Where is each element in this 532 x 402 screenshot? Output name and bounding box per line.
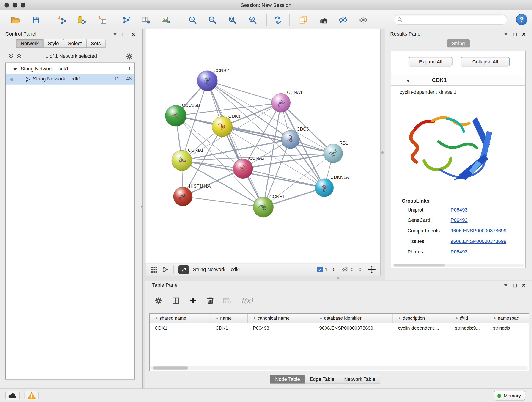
tab-network[interactable]: Network [16,39,44,48]
home-views-button[interactable] [317,15,329,25]
network-node-cdkn1a[interactable]: CDKN1A [315,175,349,197]
horizontal-splitter-handle[interactable] [336,277,339,279]
function-builder-button[interactable]: f(x) [239,295,254,306]
network-node-hist1h1a[interactable]: HIST1H1A [173,184,211,206]
collapse-all-button[interactable]: Collapse All [461,57,510,66]
pan-crosshair-icon[interactable] [368,266,376,274]
table-cell[interactable]: CDK1 [210,325,248,331]
save-session-button[interactable] [30,15,42,25]
table-cell[interactable]: 9606.ENSP00000378699 [314,325,393,331]
table-panel-float-button[interactable] [512,283,518,288]
tab-style[interactable]: Style [43,39,63,48]
birds-eye-grid-icon[interactable] [151,266,157,273]
zoom-selected-button[interactable] [247,15,258,25]
section-disclosure-icon[interactable] [406,80,410,83]
warnings-button[interactable] [25,391,39,400]
open-session-button[interactable] [10,15,21,25]
crosslink-link[interactable]: 9606.ENSP00000378699 [451,228,507,234]
column-header[interactable]: namespac [488,313,529,323]
disclosure-triangle-icon[interactable] [13,68,17,71]
import-network-database-button[interactable] [76,15,87,25]
results-panel-float-button[interactable] [512,32,518,37]
maximize-window-button[interactable] [21,3,25,7]
network-node-cdk1[interactable]: CDK1 [212,114,241,137]
collection-row[interactable]: String Network – cdk1 1 [6,64,134,74]
control-panel-float-button[interactable] [121,32,127,37]
close-window-button[interactable] [4,3,9,7]
column-header[interactable]: canonical name [248,313,314,323]
export-image-button[interactable] [160,15,172,25]
tab-sets[interactable]: Sets [86,39,105,48]
minimize-window-button[interactable] [13,3,17,7]
gene-section-header[interactable]: CDK1 [391,75,525,86]
network-list-item[interactable]: String Network – cdk1 11 48 [6,74,134,84]
control-panel-collapse-button[interactable] [112,32,118,37]
delete-row-button[interactable] [204,295,216,306]
results-scrollbar[interactable] [393,264,524,267]
refresh-layout-button[interactable] [272,15,284,25]
zoom-fit-button[interactable] [226,15,238,25]
network-node-ccnb2[interactable]: CCNB2 [197,68,229,91]
copy-document-button[interactable] [297,15,309,25]
crosslink-link[interactable]: 9606.ENSP00000378699 [451,239,507,244]
results-panel-collapse-button[interactable] [503,32,509,37]
network-canvas[interactable]: CCNB2CCNA1CDC25BCDK1CDC6RB1CCNB1CCNA2CDK… [145,29,381,263]
left-splitter-handle[interactable] [141,206,143,208]
help-button[interactable]: ? [516,14,527,25]
hidden-eye-slash-icon[interactable] [342,266,348,273]
crosslink-link[interactable]: P06493 [451,217,468,223]
table-panel-collapse-button[interactable] [503,283,509,288]
zoom-in-button[interactable] [186,15,198,25]
table-panel-close-button[interactable] [521,283,527,288]
cloud-status-button[interactable] [6,391,20,400]
column-header[interactable]: name [210,313,248,323]
right-splitter[interactable] [381,29,385,280]
export-table-button[interactable] [140,15,152,25]
table-cell[interactable]: stringdb [488,325,529,331]
table-settings-button[interactable] [152,295,165,306]
scrollbar-thumb[interactable] [153,366,188,370]
column-header[interactable]: database identifier [314,313,393,323]
node-table[interactable]: shared name name canonical name database… [149,313,530,371]
results-panel-close-button[interactable] [521,32,527,37]
table-cell[interactable]: CDK1 [150,325,210,331]
column-header[interactable]: shared name [150,313,210,323]
show-all-button[interactable] [358,15,369,25]
new-network-button[interactable] [120,15,132,25]
tab-edge-table[interactable]: Edge Table [305,375,339,383]
right-splitter-handle[interactable] [381,151,384,153]
search-box[interactable] [394,15,507,25]
import-network-file-button[interactable] [56,15,68,25]
tab-select[interactable]: Select [63,39,86,48]
control-panel-close-button[interactable] [131,32,136,37]
network-node-ccna1[interactable]: CCNA1 [272,90,303,112]
import-table-file-button[interactable] [96,15,108,25]
crosslink-link[interactable]: P06493 [451,207,468,212]
zoom-out-button[interactable] [206,15,218,25]
show-columns-button[interactable] [170,295,182,306]
expand-all-button[interactable]: Expand All [409,57,453,66]
hide-selected-button[interactable] [337,15,349,25]
table-cell[interactable]: cyclin-dependent ... [393,325,450,331]
network-overview-icon[interactable] [162,266,169,273]
tab-node-table[interactable]: Node Table [270,375,305,383]
memory-button[interactable]: Memory [494,391,525,400]
network-options-gear-icon[interactable] [126,53,133,60]
add-column-button[interactable] [187,295,199,306]
table-cell[interactable]: P06493 [248,325,314,331]
table-horizontal-scrollbar[interactable] [150,366,528,370]
network-node-cdc25b[interactable]: CDC25B [165,103,200,126]
selected-count-checkbox-icon[interactable] [317,267,323,272]
table-cell[interactable]: stringdb:9... [450,325,488,331]
network-node-ccnb1[interactable]: CCNB1 [172,148,203,171]
tab-network-table[interactable]: Network Table [339,375,380,383]
table-row[interactable]: CDK1 CDK1 P06493 9606.ENSP00000378699 cy… [150,323,529,332]
string-tab-badge[interactable]: String [447,39,470,48]
left-splitter[interactable] [143,29,145,389]
column-header[interactable]: @id [450,313,488,323]
detach-view-button[interactable] [178,265,189,274]
search-input[interactable] [405,17,504,22]
network-node-rb1[interactable]: RB1 [324,140,348,163]
column-header[interactable]: description [393,313,450,323]
crosslink-link[interactable]: P06493 [451,249,468,255]
